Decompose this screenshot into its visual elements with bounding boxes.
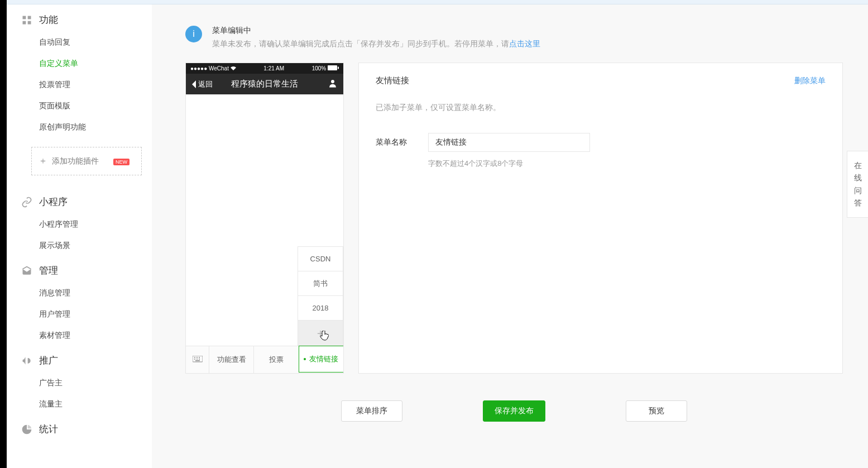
bottom-menu-1[interactable]: 功能查看 xyxy=(209,346,254,373)
phone-status-bar: ●●●●● WeChat 1:21 AM 100% xyxy=(186,63,343,74)
svg-rect-14 xyxy=(195,360,200,361)
menu-name-label: 菜单名称 xyxy=(376,137,411,147)
plus-icon: ＋ xyxy=(39,156,47,165)
sidebar-cat-miniprogram: 小程序 xyxy=(7,188,152,214)
sidebar-item-message-manage[interactable]: 消息管理 xyxy=(7,283,152,304)
floater-label-4: 答 xyxy=(851,197,865,209)
info-icon: i xyxy=(185,26,202,42)
sidebar-item-mp-scene[interactable]: 展示场景 xyxy=(7,235,152,256)
svg-rect-0 xyxy=(23,16,26,19)
svg-point-12 xyxy=(196,359,198,360)
pie-icon xyxy=(21,424,32,435)
sidebar-item-original[interactable]: 原创声明功能 xyxy=(7,117,152,138)
sidebar: 功能 自动回复 自定义菜单 投票管理 页面模版 原创声明功能 ＋添加功能插件 N… xyxy=(7,0,152,468)
notice-body: 菜单未发布，请确认菜单编辑完成后点击「保存并发布」同步到手机。若停用菜单，请点击… xyxy=(212,39,540,49)
grid-icon xyxy=(21,15,32,26)
new-badge: NEW xyxy=(113,159,130,165)
action-bar: 菜单排序 保存并发布 预览 xyxy=(341,374,687,422)
submenu-add-button[interactable]: ＋ xyxy=(298,321,343,345)
svg-rect-4 xyxy=(328,65,337,70)
floater-label-1: 在 xyxy=(851,159,865,171)
sidebar-cat-label: 推广 xyxy=(39,354,58,367)
svg-rect-3 xyxy=(28,21,31,24)
phone-nav-bar: 返回 程序猿的日常生活 xyxy=(186,74,343,94)
svg-point-11 xyxy=(194,359,195,360)
phone-user-icon[interactable] xyxy=(328,78,338,90)
person-icon xyxy=(328,78,338,88)
sidebar-cat-label: 管理 xyxy=(39,264,58,277)
inbox-icon xyxy=(21,265,32,276)
menu-sort-button[interactable]: 菜单排序 xyxy=(341,400,402,422)
notice-link[interactable]: 点击这里 xyxy=(509,39,540,48)
svg-point-10 xyxy=(199,357,200,358)
online-qa-button[interactable]: 在 线 问 答 xyxy=(847,151,868,218)
floater-label-3: 问 xyxy=(851,184,865,197)
sidebar-cat-functions: 功能 xyxy=(7,6,152,32)
sidebar-item-autoreply[interactable]: 自动回复 xyxy=(7,32,152,53)
keyboard-toggle[interactable] xyxy=(186,346,209,373)
browser-tab-strip xyxy=(7,0,868,4)
submenu-item-jianshu[interactable]: 简书 xyxy=(298,271,343,296)
sidebar-item-mp-manage[interactable]: 小程序管理 xyxy=(7,214,152,235)
main-content: i 菜单编辑中 菜单未发布，请确认菜单编辑完成后点击「保存并发布」同步到手机。若… xyxy=(152,0,868,468)
notice-bar: i 菜单编辑中 菜单未发布，请确认菜单编辑完成后点击「保存并发布」同步到手机。若… xyxy=(185,22,843,63)
detail-subtip: 已添加子菜单，仅可设置菜单名称。 xyxy=(376,103,826,113)
cursor-pointer-icon xyxy=(320,331,329,341)
sidebar-cat-promotion: 推广 xyxy=(7,346,152,373)
sidebar-item-page-template[interactable]: 页面模版 xyxy=(7,95,152,117)
status-time: 1:21 AM xyxy=(263,65,284,71)
submenu-popup: CSDN 简书 2018 ＋ xyxy=(298,246,343,346)
svg-point-13 xyxy=(199,359,200,360)
notice-text: 菜单编辑中 菜单未发布，请确认菜单编辑完成后点击「保存并发布」同步到手机。若停用… xyxy=(212,26,540,49)
svg-rect-1 xyxy=(28,16,31,19)
sidebar-cat-stats: 统计 xyxy=(7,415,152,441)
sidebar-item-custom-menu[interactable]: 自定义菜单 xyxy=(7,53,152,74)
menu-name-hint: 字数不超过4个汉字或8个字母 xyxy=(428,159,826,169)
link-icon xyxy=(21,197,32,208)
floater-label-2: 线 xyxy=(851,171,865,184)
detail-title: 友情链接 xyxy=(376,75,409,86)
wifi-icon xyxy=(231,66,236,70)
status-carrier: ●●●●● WeChat xyxy=(190,65,236,71)
phone-bottom-bar: 功能查看 投票 友情链接 xyxy=(186,346,343,373)
sidebar-cat-label: 功能 xyxy=(39,13,58,26)
sidebar-item-vote-manage[interactable]: 投票管理 xyxy=(7,74,152,95)
phone-back-button[interactable]: 返回 xyxy=(191,79,213,89)
sidebar-item-material-manage[interactable]: 素材管理 xyxy=(7,325,152,346)
submenu-item-2018[interactable]: 2018 xyxy=(298,296,343,321)
phone-preview: ●●●●● WeChat 1:21 AM 100% 返回 程序猿的日常生活 xyxy=(185,63,344,374)
add-plugin-button[interactable]: ＋添加功能插件 NEW xyxy=(31,147,142,175)
active-dot-icon xyxy=(304,358,306,360)
window-left-border xyxy=(0,0,7,468)
svg-point-9 xyxy=(196,357,198,358)
phone-title: 程序猿的日常生活 xyxy=(231,79,298,89)
sidebar-item-traffic[interactable]: 流量主 xyxy=(7,394,152,415)
svg-point-8 xyxy=(194,357,195,358)
menu-name-input[interactable] xyxy=(428,133,590,152)
save-publish-button[interactable]: 保存并发布 xyxy=(483,400,545,422)
svg-rect-2 xyxy=(23,21,26,24)
sidebar-cat-label: 统计 xyxy=(39,423,58,436)
delete-menu-link[interactable]: 删除菜单 xyxy=(794,76,826,86)
sidebar-cat-management: 管理 xyxy=(7,256,152,283)
svg-point-6 xyxy=(331,80,334,83)
svg-rect-5 xyxy=(338,67,339,69)
preview-button[interactable]: 预览 xyxy=(626,400,687,422)
sidebar-cat-label: 小程序 xyxy=(39,195,68,208)
battery-icon xyxy=(328,65,339,70)
notice-title: 菜单编辑中 xyxy=(212,26,540,36)
megaphone-icon xyxy=(21,355,32,366)
bottom-menu-2[interactable]: 投票 xyxy=(254,346,299,373)
submenu-item-csdn[interactable]: CSDN xyxy=(298,247,343,271)
chevron-left-icon xyxy=(191,80,197,88)
status-battery: 100% xyxy=(312,65,339,71)
keyboard-icon xyxy=(193,356,203,364)
bottom-menu-3[interactable]: 友情链接 xyxy=(299,346,343,373)
phone-body: CSDN 简书 2018 ＋ xyxy=(186,94,343,346)
menu-detail-panel: 友情链接 删除菜单 已添加子菜单，仅可设置菜单名称。 菜单名称 字数不超过4个汉… xyxy=(358,63,843,374)
add-plugin-label: 添加功能插件 xyxy=(52,156,99,165)
sidebar-item-advertiser[interactable]: 广告主 xyxy=(7,373,152,394)
sidebar-item-user-manage[interactable]: 用户管理 xyxy=(7,304,152,325)
